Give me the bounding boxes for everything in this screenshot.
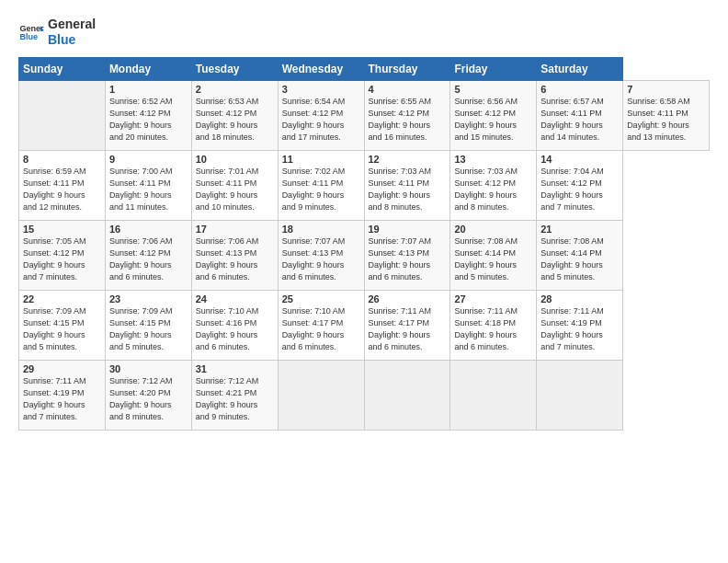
calendar-day-cell: 20Sunrise: 7:08 AMSunset: 4:14 PMDayligh… — [450, 220, 537, 290]
calendar-day-cell: 6Sunrise: 6:57 AMSunset: 4:11 PMDaylight… — [537, 80, 623, 150]
calendar-day-cell: 11Sunrise: 7:02 AMSunset: 4:11 PMDayligh… — [278, 150, 364, 220]
day-detail: Sunrise: 7:11 AMSunset: 4:19 PMDaylight:… — [540, 305, 619, 353]
calendar-day-cell: 27Sunrise: 7:11 AMSunset: 4:18 PMDayligh… — [450, 290, 537, 360]
calendar-day-cell — [364, 360, 450, 430]
day-number: 17 — [196, 224, 274, 235]
day-detail: Sunrise: 6:57 AMSunset: 4:11 PMDaylight:… — [540, 96, 619, 144]
calendar-day-cell — [537, 360, 623, 430]
day-number: 29 — [23, 363, 101, 374]
calendar-table: SundayMondayTuesdayWednesdayThursdayFrid… — [18, 57, 710, 431]
calendar-day-cell: 14Sunrise: 7:04 AMSunset: 4:12 PMDayligh… — [537, 150, 623, 220]
calendar-day-cell: 4Sunrise: 6:55 AMSunset: 4:12 PMDaylight… — [364, 80, 450, 150]
calendar-day-cell: 2Sunrise: 6:53 AMSunset: 4:12 PMDaylight… — [191, 80, 278, 150]
day-number: 28 — [540, 293, 619, 304]
day-number: 11 — [282, 154, 360, 165]
empty-cell — [19, 80, 106, 150]
logo-icon: General Blue — [18, 19, 44, 45]
weekday-header-cell: Wednesday — [278, 57, 364, 80]
day-detail: Sunrise: 7:05 AMSunset: 4:12 PMDaylight:… — [23, 236, 101, 283]
day-detail: Sunrise: 6:56 AMSunset: 4:12 PMDaylight:… — [454, 96, 532, 144]
day-detail: Sunrise: 7:09 AMSunset: 4:15 PMDaylight:… — [109, 305, 188, 353]
calendar-day-cell: 19Sunrise: 7:07 AMSunset: 4:13 PMDayligh… — [364, 220, 450, 290]
calendar-week-row: 8Sunrise: 6:59 AMSunset: 4:11 PMDaylight… — [19, 150, 710, 220]
day-detail: Sunrise: 7:04 AMSunset: 4:12 PMDaylight:… — [540, 166, 619, 213]
calendar-week-row: 22Sunrise: 7:09 AMSunset: 4:15 PMDayligh… — [19, 290, 710, 360]
day-detail: Sunrise: 7:06 AMSunset: 4:13 PMDaylight:… — [196, 236, 274, 283]
weekday-header-cell: Tuesday — [191, 57, 278, 80]
day-detail: Sunrise: 6:52 AMSunset: 4:12 PMDaylight:… — [109, 96, 188, 144]
calendar-day-cell — [278, 360, 364, 430]
calendar-day-cell: 26Sunrise: 7:11 AMSunset: 4:17 PMDayligh… — [364, 290, 450, 360]
calendar-day-cell: 31Sunrise: 7:12 AMSunset: 4:21 PMDayligh… — [191, 360, 278, 430]
weekday-header-cell: Saturday — [537, 57, 623, 80]
logo: General Blue General Blue — [18, 17, 96, 48]
day-detail: Sunrise: 6:59 AMSunset: 4:11 PMDaylight:… — [23, 166, 101, 213]
day-detail: Sunrise: 7:07 AMSunset: 4:13 PMDaylight:… — [282, 236, 360, 283]
day-detail: Sunrise: 7:12 AMSunset: 4:20 PMDaylight:… — [109, 375, 188, 423]
calendar-week-row: 1Sunrise: 6:52 AMSunset: 4:12 PMDaylight… — [19, 80, 710, 150]
weekday-header-cell: Sunday — [19, 57, 106, 80]
calendar-day-cell: 7Sunrise: 6:58 AMSunset: 4:11 PMDaylight… — [623, 80, 710, 150]
day-number: 3 — [282, 84, 360, 95]
day-detail: Sunrise: 7:12 AMSunset: 4:21 PMDaylight:… — [196, 375, 274, 423]
day-number: 21 — [540, 224, 619, 235]
day-detail: Sunrise: 7:06 AMSunset: 4:12 PMDaylight:… — [109, 236, 188, 283]
day-detail: Sunrise: 7:11 AMSunset: 4:18 PMDaylight:… — [454, 305, 532, 353]
weekday-header-row: SundayMondayTuesdayWednesdayThursdayFrid… — [19, 57, 710, 80]
weekday-header-cell: Friday — [450, 57, 537, 80]
day-number: 14 — [540, 154, 619, 165]
calendar-body: 1Sunrise: 6:52 AMSunset: 4:12 PMDaylight… — [19, 80, 710, 430]
day-detail: Sunrise: 7:11 AMSunset: 4:19 PMDaylight:… — [23, 375, 101, 423]
calendar-day-cell: 28Sunrise: 7:11 AMSunset: 4:19 PMDayligh… — [537, 290, 623, 360]
calendar-day-cell: 23Sunrise: 7:09 AMSunset: 4:15 PMDayligh… — [105, 290, 191, 360]
day-detail: Sunrise: 6:55 AMSunset: 4:12 PMDaylight:… — [369, 96, 447, 144]
day-number: 4 — [369, 84, 447, 95]
header: General Blue General Blue — [18, 17, 710, 48]
calendar-day-cell: 16Sunrise: 7:06 AMSunset: 4:12 PMDayligh… — [105, 220, 191, 290]
day-number: 15 — [23, 224, 101, 235]
day-number: 8 — [23, 154, 101, 165]
calendar-day-cell: 18Sunrise: 7:07 AMSunset: 4:13 PMDayligh… — [278, 220, 364, 290]
calendar-day-cell: 15Sunrise: 7:05 AMSunset: 4:12 PMDayligh… — [19, 220, 106, 290]
day-number: 16 — [109, 224, 188, 235]
day-detail: Sunrise: 7:00 AMSunset: 4:11 PMDaylight:… — [109, 166, 188, 213]
day-number: 18 — [282, 224, 360, 235]
calendar-day-cell: 25Sunrise: 7:10 AMSunset: 4:17 PMDayligh… — [278, 290, 364, 360]
calendar-day-cell: 3Sunrise: 6:54 AMSunset: 4:12 PMDaylight… — [278, 80, 364, 150]
calendar-day-cell: 24Sunrise: 7:10 AMSunset: 4:16 PMDayligh… — [191, 290, 278, 360]
calendar-day-cell: 29Sunrise: 7:11 AMSunset: 4:19 PMDayligh… — [19, 360, 106, 430]
calendar-day-cell: 17Sunrise: 7:06 AMSunset: 4:13 PMDayligh… — [191, 220, 278, 290]
calendar-day-cell: 10Sunrise: 7:01 AMSunset: 4:11 PMDayligh… — [191, 150, 278, 220]
day-detail: Sunrise: 7:11 AMSunset: 4:17 PMDaylight:… — [369, 305, 447, 353]
calendar-day-cell: 5Sunrise: 6:56 AMSunset: 4:12 PMDaylight… — [450, 80, 537, 150]
day-number: 6 — [540, 84, 619, 95]
day-detail: Sunrise: 6:54 AMSunset: 4:12 PMDaylight:… — [282, 96, 360, 144]
day-number: 2 — [196, 84, 274, 95]
day-detail: Sunrise: 6:53 AMSunset: 4:12 PMDaylight:… — [196, 96, 274, 144]
day-number: 26 — [369, 293, 447, 304]
day-number: 25 — [282, 293, 360, 304]
day-detail: Sunrise: 6:58 AMSunset: 4:11 PMDaylight:… — [627, 96, 705, 144]
calendar-day-cell: 12Sunrise: 7:03 AMSunset: 4:11 PMDayligh… — [364, 150, 450, 220]
calendar-day-cell: 8Sunrise: 6:59 AMSunset: 4:11 PMDaylight… — [19, 150, 106, 220]
day-number: 12 — [369, 154, 447, 165]
weekday-header-cell: Monday — [105, 57, 191, 80]
day-detail: Sunrise: 7:07 AMSunset: 4:13 PMDaylight:… — [369, 236, 447, 283]
day-detail: Sunrise: 7:09 AMSunset: 4:15 PMDaylight:… — [23, 305, 101, 353]
calendar-day-cell: 30Sunrise: 7:12 AMSunset: 4:20 PMDayligh… — [105, 360, 191, 430]
calendar-day-cell: 1Sunrise: 6:52 AMSunset: 4:12 PMDaylight… — [105, 80, 191, 150]
day-detail: Sunrise: 7:08 AMSunset: 4:14 PMDaylight:… — [454, 236, 532, 283]
page: General Blue General Blue SundayMondayTu… — [0, 0, 728, 440]
day-detail: Sunrise: 7:03 AMSunset: 4:11 PMDaylight:… — [369, 166, 447, 213]
day-detail: Sunrise: 7:10 AMSunset: 4:17 PMDaylight:… — [282, 305, 360, 353]
day-number: 23 — [109, 293, 188, 304]
day-number: 5 — [454, 84, 532, 95]
day-number: 10 — [196, 154, 274, 165]
calendar-week-row: 15Sunrise: 7:05 AMSunset: 4:12 PMDayligh… — [19, 220, 710, 290]
day-number: 13 — [454, 154, 532, 165]
day-number: 22 — [23, 293, 101, 304]
calendar-day-cell: 9Sunrise: 7:00 AMSunset: 4:11 PMDaylight… — [105, 150, 191, 220]
day-number: 24 — [196, 293, 274, 304]
day-detail: Sunrise: 7:01 AMSunset: 4:11 PMDaylight:… — [196, 166, 274, 213]
svg-text:Blue: Blue — [19, 32, 38, 41]
